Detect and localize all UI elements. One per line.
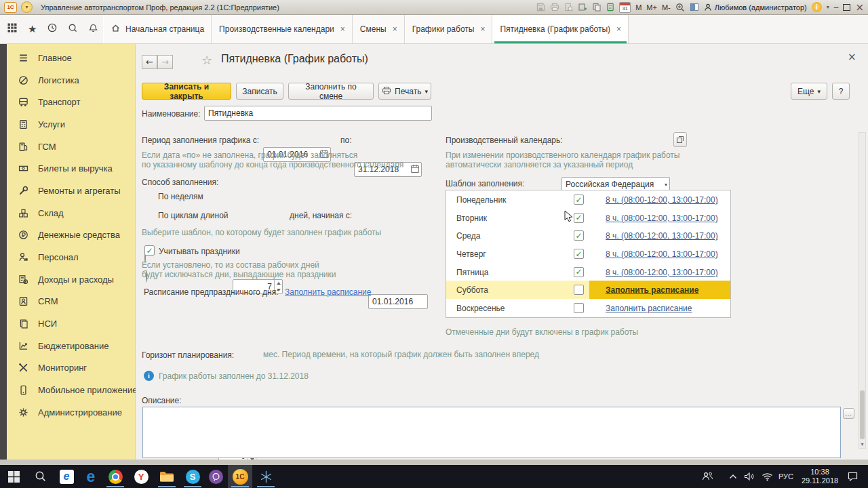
day-checkbox[interactable] <box>574 303 584 313</box>
pre-holiday-fill-link[interactable]: Заполнить расписание <box>285 287 371 297</box>
start-button[interactable] <box>1 465 26 488</box>
preview-icon[interactable] <box>564 2 573 13</box>
day-checkbox[interactable]: ✓ <box>574 195 584 205</box>
info-button[interactable]: i <box>812 2 822 12</box>
calendar-picker-icon[interactable] <box>410 164 420 176</box>
scrollbar-down-icon[interactable]: ▾ <box>859 440 866 449</box>
taskbar-skype[interactable]: S <box>180 465 205 488</box>
day-schedule-link[interactable]: Заполнить расписание <box>606 285 698 295</box>
split-view-icon[interactable] <box>690 2 699 13</box>
calendar-icon[interactable]: 31 <box>619 2 631 13</box>
sidebar-item-transport[interactable]: Транспорт <box>7 91 135 113</box>
tray-speaker-icon[interactable] <box>741 465 757 488</box>
save-button[interactable]: Записать <box>236 83 283 100</box>
taskbar-search-button[interactable] <box>28 465 53 488</box>
taskbar-snowflake-app[interactable] <box>254 465 278 488</box>
tab-close-icon[interactable]: × <box>616 24 621 34</box>
schedule-row-monday[interactable]: Понедельник ✓ 8 ч. (08:00-12:00, 13:00-1… <box>446 190 730 209</box>
taskbar-edge[interactable]: e <box>79 465 103 488</box>
day-schedule-link[interactable]: 8 ч. (08:00-12:00, 13:00-17:00) <box>606 249 718 259</box>
tab-shifts[interactable]: Смены × <box>353 15 405 43</box>
schedule-row-friday[interactable]: Пятница ✓ 8 ч. (08:00-12:00, 13:00-17:00… <box>446 263 730 281</box>
zoom-icon[interactable] <box>675 2 685 13</box>
print-button[interactable]: Печать ▾ <box>378 83 431 100</box>
taskbar-yandex-browser[interactable]: Y <box>129 465 153 488</box>
day-checkbox[interactable]: ✓ <box>574 249 584 259</box>
search-icon[interactable] <box>68 23 78 36</box>
sidebar-item-warehouse[interactable]: Склад <box>7 202 135 224</box>
copy-document-icon[interactable] <box>592 2 601 13</box>
holidays-checkbox[interactable]: ✓ <box>144 245 155 256</box>
tray-wifi-icon[interactable] <box>759 465 775 488</box>
print-icon[interactable] <box>550 2 559 13</box>
day-schedule-link[interactable]: 8 ч. (08:00-12:00, 13:00-17:00) <box>606 268 718 277</box>
sidebar-item-repairs[interactable]: Ремонты и агрегаты <box>7 180 135 202</box>
tab-close-icon[interactable]: × <box>393 24 397 34</box>
more-button[interactable]: Еще ▾ <box>791 83 827 100</box>
memory-minus-button[interactable]: M- <box>662 2 671 13</box>
sidebar-item-income[interactable]: Доходы и расходы <box>7 268 135 291</box>
current-user[interactable]: Любимов (администратор) <box>704 3 807 12</box>
calculator-icon[interactable] <box>606 2 614 13</box>
memory-m-button[interactable]: M <box>635 2 642 13</box>
sidebar-item-services[interactable]: Услуги <box>7 113 135 136</box>
sidebar-item-money[interactable]: Денежные средства <box>7 224 135 247</box>
selected-cell[interactable]: Заполнить расписание <box>589 281 730 299</box>
tray-people-icon[interactable] <box>698 465 716 488</box>
tab-work-schedules[interactable]: Графики работы × <box>405 15 493 43</box>
schedule-row-saturday[interactable]: Суббота Заполнить расписание <box>446 281 730 299</box>
day-checkbox[interactable] <box>574 285 584 295</box>
name-input[interactable]: Пятидневка <box>204 106 432 121</box>
minimize-button[interactable]: – <box>834 2 839 13</box>
day-checkbox[interactable]: ✓ <box>574 213 584 223</box>
taskbar-chrome[interactable] <box>103 465 127 488</box>
tab-five-day-schedule[interactable]: Пятидневка (График работы) × <box>492 15 629 43</box>
day-checkbox[interactable]: ✓ <box>574 267 584 277</box>
day-checkbox[interactable]: ✓ <box>574 230 584 241</box>
tray-action-center-icon[interactable] <box>842 465 863 488</box>
sidebar-item-nsi[interactable]: НСИ <box>7 312 135 335</box>
combo-dropdown-icon[interactable]: ▾ <box>665 182 667 188</box>
taskbar-internet-explorer[interactable]: e <box>54 465 79 488</box>
sidebar-item-administration[interactable]: Администрирование <box>7 401 135 424</box>
sidebar-item-crm[interactable]: CRM <box>7 291 135 313</box>
day-schedule-link[interactable]: 8 ч. (08:00-12:00, 13:00-17:00) <box>606 214 718 223</box>
notifications-bell-icon[interactable] <box>88 23 98 36</box>
sidebar-item-tickets[interactable]: Билеты и выручка <box>7 157 135 180</box>
tab-production-calendars[interactable]: Производственные календари × <box>212 15 353 43</box>
nav-back-button[interactable]: ← <box>142 55 157 69</box>
form-close-icon[interactable]: × <box>848 51 856 63</box>
save-icon[interactable] <box>536 2 545 13</box>
day-schedule-link[interactable]: 8 ч. (08:00-12:00, 13:00-17:00) <box>606 195 718 205</box>
schedule-row-sunday[interactable]: Воскресенье Заполнить расписание <box>446 299 730 317</box>
taskbar-file-explorer[interactable] <box>155 465 179 488</box>
sidebar-item-monitoring[interactable]: Мониторинг <box>7 357 135 380</box>
system-menu-button[interactable]: ▾ <box>21 1 33 13</box>
sidebar-item-logistics[interactable]: Логистика <box>7 69 135 92</box>
nav-forward-button[interactable]: → <box>157 55 173 69</box>
tray-clock[interactable]: 10:38 29.11.2018 <box>799 465 841 488</box>
schedule-row-wednesday[interactable]: Среда ✓ 8 ч. (08:00-12:00, 13:00-17:00) <box>446 226 730 245</box>
tray-chevron-up-icon[interactable] <box>726 465 741 488</box>
tray-language[interactable]: РУС <box>776 465 796 488</box>
history-icon[interactable] <box>47 22 58 36</box>
favorites-star-icon[interactable]: ★ <box>28 23 37 35</box>
description-expand-button[interactable]: ... <box>843 408 854 419</box>
attach-file-icon[interactable] <box>578 2 587 13</box>
tab-close-icon[interactable]: × <box>480 24 485 34</box>
schedule-row-thursday[interactable]: Четверг ✓ 8 ч. (08:00-12:00, 13:00-17:00… <box>446 245 730 263</box>
memory-plus-button[interactable]: M+ <box>646 2 657 13</box>
titlebar-dropdown-icon[interactable]: ▾ <box>827 2 829 13</box>
help-button[interactable]: ? <box>832 83 850 100</box>
tab-home[interactable]: Начальная страница <box>103 15 212 43</box>
fill-by-shift-button[interactable]: Заполнить по смене <box>288 83 374 100</box>
cycle-start-input[interactable]: 01.01.2016 <box>368 294 428 309</box>
scrollbar-thumb[interactable] <box>860 390 865 439</box>
form-scrollbar[interactable] <box>859 132 866 449</box>
maximize-button[interactable] <box>843 2 850 13</box>
sidebar-item-main[interactable]: Главное <box>7 47 135 69</box>
taskbar-1c-enterprise[interactable]: 1С <box>228 465 252 488</box>
sidebar-item-budgeting[interactable]: Бюджетирование <box>7 335 135 357</box>
taskbar-viber[interactable] <box>203 465 228 488</box>
main-menu-grid-icon[interactable] <box>7 22 18 36</box>
